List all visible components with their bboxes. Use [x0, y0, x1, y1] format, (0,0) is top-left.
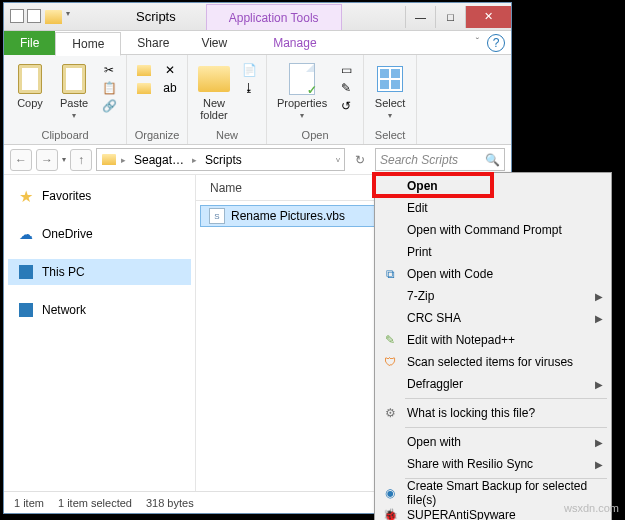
- up-button[interactable]: ↑: [70, 149, 92, 171]
- tab-view[interactable]: View: [185, 31, 243, 55]
- vscode-icon: ⧉: [381, 265, 399, 283]
- new-folder-button[interactable]: New folder: [194, 61, 234, 123]
- forward-button[interactable]: →: [36, 149, 58, 171]
- tab-manage[interactable]: Manage: [257, 31, 332, 55]
- sidebar-item-label: OneDrive: [42, 227, 93, 241]
- qat-btn-1[interactable]: [10, 9, 24, 23]
- file-name: Rename Pictures.vbs: [231, 209, 345, 223]
- submenu-arrow-icon: ▶: [595, 379, 603, 390]
- easy-access-button[interactable]: ⭳: [239, 80, 259, 96]
- paste-icon: [62, 64, 86, 94]
- recent-dropdown-icon[interactable]: ▾: [62, 155, 66, 164]
- copy-path-button[interactable]: 📋: [99, 80, 119, 96]
- ctx-defrag[interactable]: Defraggler ▶: [377, 373, 609, 395]
- network-icon: [18, 302, 34, 318]
- open-group-label: Open: [302, 128, 329, 142]
- clipboard-group-label: Clipboard: [41, 128, 88, 142]
- ctx-backup[interactable]: ◉ Create Smart Backup for selected file(…: [377, 482, 609, 504]
- tab-home[interactable]: Home: [55, 32, 121, 56]
- watermark: wsxdn.com: [564, 502, 619, 514]
- ctx-code[interactable]: ⧉ Open with Code: [377, 263, 609, 285]
- submenu-arrow-icon: ▶: [595, 437, 603, 448]
- shield-icon: 🛡: [381, 353, 399, 371]
- sidebar-item-this-pc[interactable]: This PC: [8, 259, 191, 285]
- status-selected: 1 item selected: [58, 497, 132, 509]
- search-icon: 🔍: [485, 153, 500, 167]
- copy-button[interactable]: Copy: [10, 61, 50, 111]
- minimize-button[interactable]: —: [405, 6, 435, 28]
- sidebar: ★ Favorites ☁ OneDrive This PC Network: [4, 175, 196, 491]
- breadcrumb-seg-1[interactable]: Seagat…: [130, 153, 188, 167]
- back-button[interactable]: ←: [10, 149, 32, 171]
- paste-shortcut-button[interactable]: 🔗: [99, 98, 119, 114]
- backup-icon: ◉: [381, 484, 399, 502]
- paste-button[interactable]: Paste ▾: [54, 61, 94, 122]
- properties-label: Properties: [277, 97, 327, 109]
- qat-btn-2[interactable]: [27, 9, 41, 23]
- properties-icon: [289, 63, 315, 95]
- title-bar: ▾ Scripts Application Tools — □ ✕: [4, 3, 511, 31]
- tab-share[interactable]: Share: [121, 31, 185, 55]
- history-button[interactable]: ↺: [336, 98, 356, 114]
- properties-button[interactable]: Properties ▾: [273, 61, 331, 122]
- ctx-cmd[interactable]: Open with Command Prompt: [377, 219, 609, 241]
- tab-file[interactable]: File: [4, 31, 55, 55]
- ctx-open[interactable]: Open: [377, 175, 609, 197]
- search-placeholder: Search Scripts: [380, 153, 458, 167]
- folder-icon: [45, 10, 62, 24]
- breadcrumb-seg-2[interactable]: Scripts: [201, 153, 246, 167]
- submenu-arrow-icon: ▶: [595, 459, 603, 470]
- ribbon-tab-strip: File Home Share View Manage ˇ ?: [4, 31, 511, 55]
- script-file-icon: [209, 208, 225, 224]
- notepad-icon: ✎: [381, 331, 399, 349]
- open-button[interactable]: ▭: [336, 62, 356, 78]
- monitor-icon: [18, 264, 34, 280]
- menu-separator: [405, 427, 607, 428]
- gear-icon: ⚙: [381, 404, 399, 422]
- ctx-crc[interactable]: CRC SHA ▶: [377, 307, 609, 329]
- star-icon: ★: [18, 188, 34, 204]
- qat-dropdown-icon[interactable]: ▾: [66, 9, 70, 25]
- copy-to-button[interactable]: [134, 80, 154, 96]
- copy-label: Copy: [17, 97, 43, 109]
- delete-button[interactable]: ✕: [160, 62, 180, 78]
- close-button[interactable]: ✕: [465, 6, 511, 28]
- refresh-button[interactable]: ↻: [349, 149, 371, 171]
- sidebar-item-onedrive[interactable]: ☁ OneDrive: [8, 221, 191, 247]
- sidebar-item-favorites[interactable]: ★ Favorites: [8, 183, 191, 209]
- new-item-button[interactable]: 📄: [239, 62, 259, 78]
- breadcrumb[interactable]: ▸ Seagat… ▸ Scripts v: [96, 148, 345, 171]
- ribbon-collapse-icon[interactable]: ˇ: [476, 37, 479, 48]
- select-label: Select: [375, 97, 406, 109]
- rename-button[interactable]: ab: [160, 80, 180, 96]
- ribbon: Copy Paste ▾ ✂ 📋 🔗 Clipboard: [4, 55, 511, 145]
- ctx-scan[interactable]: 🛡 Scan selected items for viruses: [377, 351, 609, 373]
- breadcrumb-dropdown-icon[interactable]: v: [336, 155, 340, 164]
- ctx-print[interactable]: Print: [377, 241, 609, 263]
- select-button[interactable]: Select ▾: [370, 61, 410, 122]
- search-input[interactable]: Search Scripts 🔍: [375, 148, 505, 171]
- move-to-button[interactable]: [134, 62, 154, 78]
- sidebar-item-label: This PC: [42, 265, 85, 279]
- ctx-resilio[interactable]: Share with Resilio Sync ▶: [377, 453, 609, 475]
- select-group-label: Select: [375, 128, 406, 142]
- organize-group-label: Organize: [135, 128, 180, 142]
- help-icon[interactable]: ?: [487, 34, 505, 52]
- copy-icon: [18, 64, 42, 94]
- maximize-button[interactable]: □: [435, 6, 465, 28]
- new-folder-label: New folder: [200, 97, 228, 121]
- ctx-edit[interactable]: Edit: [377, 197, 609, 219]
- sidebar-item-network[interactable]: Network: [8, 297, 191, 323]
- cloud-icon: ☁: [18, 226, 34, 242]
- ctx-npp[interactable]: ✎ Edit with Notepad++: [377, 329, 609, 351]
- bug-icon: 🐞: [381, 506, 399, 520]
- ctx-locking[interactable]: ⚙ What is locking this file?: [377, 402, 609, 424]
- paste-label: Paste: [60, 97, 88, 109]
- edit-button[interactable]: ✎: [336, 80, 356, 96]
- status-size: 318 bytes: [146, 497, 194, 509]
- cut-button[interactable]: ✂: [99, 62, 119, 78]
- window-title: Scripts: [136, 9, 176, 24]
- ctx-open-with[interactable]: Open with ▶: [377, 431, 609, 453]
- ctx-7zip[interactable]: 7-Zip ▶: [377, 285, 609, 307]
- sidebar-item-label: Network: [42, 303, 86, 317]
